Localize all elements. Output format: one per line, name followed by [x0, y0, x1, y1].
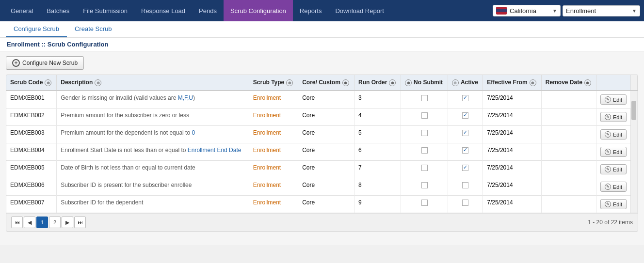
table-header-row: Scrub Code ⊕ Description ⊕ Scrub Type: [6, 75, 638, 91]
col-description-label: Description: [61, 79, 93, 86]
pagination-last-button[interactable]: ⏭: [74, 217, 86, 228]
edit-button[interactable]: ✎Edit: [600, 147, 627, 157]
pagination-page-1[interactable]: 1: [36, 217, 48, 228]
pagination-first-button[interactable]: ⏮: [11, 217, 23, 228]
cell-run-order: 6: [354, 143, 401, 161]
nav-scrub-configuration[interactable]: Scrub Configuration: [224, 0, 293, 21]
no-submit-checkbox[interactable]: [421, 147, 428, 154]
cell-scrub-code: EDMXEB003: [6, 126, 57, 143]
edit-button[interactable]: ✎Edit: [600, 164, 627, 174]
no-submit-checkbox[interactable]: [421, 95, 428, 101]
edit-pencil-icon: ✎: [605, 96, 611, 103]
cell-active: [448, 108, 483, 126]
cell-no-submit: [401, 108, 448, 126]
cell-effective-from: 7/25/2014: [483, 161, 542, 178]
cell-no-submit: [401, 91, 448, 108]
active-checkbox[interactable]: [462, 147, 468, 154]
edit-label: Edit: [613, 167, 622, 172]
no-submit-checkbox[interactable]: [421, 165, 428, 171]
remove-date-filter-icon[interactable]: ⊕: [584, 79, 591, 86]
no-submit-checkbox[interactable]: [421, 130, 428, 136]
table-body: EDMXEB001Gender is missing or invalid (v…: [6, 91, 638, 213]
tab-create-scrub[interactable]: Create Scrub: [67, 21, 120, 37]
nav-pends[interactable]: Pends: [192, 0, 224, 21]
nav-download-report[interactable]: Download Report: [328, 0, 390, 21]
scroll-cell: [631, 91, 638, 213]
no-submit-checkbox[interactable]: [421, 182, 428, 188]
cell-active: [448, 91, 483, 108]
scrub-type-value: Enrollment: [253, 182, 281, 188]
col-core-custom-label: Core/ Custom: [302, 79, 340, 86]
scrub-type-filter-icon[interactable]: ⊕: [286, 79, 293, 86]
table-row: EDMXEB001Gender is missing or invalid (v…: [6, 91, 638, 108]
configure-new-scrub-button[interactable]: + Configure New Scrub: [6, 56, 84, 70]
description-text: Premium amount for the subscriber is zer…: [61, 112, 189, 119]
active-checkbox[interactable]: [462, 182, 468, 188]
edit-pencil-icon: ✎: [605, 184, 611, 190]
cell-scrub-code: EDMXEB005: [6, 161, 57, 178]
nav-batches[interactable]: Batches: [40, 0, 76, 21]
description-suffix: ): [193, 94, 195, 101]
scrub-config-table-container: Scrub Code ⊕ Description ⊕ Scrub Type: [6, 75, 638, 232]
nav-general[interactable]: General: [4, 0, 40, 21]
scrub-code-value: EDMXEB004: [10, 147, 45, 154]
active-checkbox[interactable]: [462, 95, 468, 101]
description-text: Subscriber ID is present for the subscri…: [61, 182, 192, 188]
col-effective-from-label: Effective From: [487, 79, 527, 86]
state-flag-icon: [496, 7, 507, 15]
active-filter-icon[interactable]: ⊕: [452, 79, 459, 86]
run-order-filter-icon[interactable]: ⊕: [389, 79, 396, 86]
cell-description: Premium amount for the subscriber is zer…: [57, 108, 249, 126]
nav-reports[interactable]: Reports: [293, 0, 329, 21]
enrollment-name: Enrollment: [566, 7, 629, 15]
cell-active: [448, 161, 483, 178]
enrollment-dropdown[interactable]: Enrollment ▼: [563, 5, 640, 16]
scrub-code-filter-icon[interactable]: ⊕: [45, 79, 51, 86]
col-run-order: Run Order ⊕: [354, 75, 401, 91]
active-checkbox[interactable]: [462, 112, 468, 119]
edit-button[interactable]: ✎Edit: [600, 182, 627, 192]
no-submit-checkbox[interactable]: [421, 112, 428, 119]
active-checkbox[interactable]: [462, 165, 468, 171]
nav-right-controls: California ▼ Enrollment ▼: [493, 5, 640, 16]
nav-response-load[interactable]: Response Load: [134, 0, 192, 21]
cell-scrub-code: EDMXEB006: [6, 178, 57, 196]
no-submit-checkbox[interactable]: [421, 200, 428, 206]
tab-configure-scrub[interactable]: Configure Scrub: [6, 21, 67, 37]
pagination-prev-button[interactable]: ◀: [24, 217, 35, 228]
cell-run-order: 7: [354, 161, 401, 178]
edit-label: Edit: [613, 184, 622, 190]
active-checkbox[interactable]: [462, 200, 468, 206]
plus-icon: +: [12, 59, 20, 67]
description-link[interactable]: M,F,U: [178, 94, 193, 101]
edit-button[interactable]: ✎Edit: [600, 94, 627, 105]
col-scrub-code: Scrub Code ⊕: [6, 75, 57, 91]
table-row: EDMXEB007Subscriber ID for the dependent…: [6, 196, 638, 213]
nav-menu: General Batches File Submission Response…: [4, 0, 493, 21]
description-filter-icon[interactable]: ⊕: [95, 79, 101, 86]
description-link[interactable]: 0: [192, 129, 195, 136]
cell-active: [448, 143, 483, 161]
cell-scrub-code: EDMXEB004: [6, 143, 57, 161]
pagination-page-2[interactable]: 2: [49, 217, 61, 228]
pagination-bar: ⏮ ◀ 1 2 ▶ ⏭ 1 - 20 of 22 items: [6, 213, 638, 231]
no-submit-filter-icon[interactable]: ⊕: [405, 79, 412, 86]
description-link[interactable]: Enrollment End Date: [188, 147, 242, 154]
description-text: Subscriber ID for the dependent: [61, 199, 143, 206]
cell-core-custom: Core: [298, 161, 354, 178]
cell-no-submit: [401, 143, 448, 161]
edit-pencil-icon: ✎: [605, 114, 611, 120]
state-dropdown[interactable]: California ▼: [493, 5, 561, 16]
edit-label: Edit: [613, 114, 622, 120]
cell-effective-from: 7/25/2014: [483, 143, 542, 161]
effective-from-filter-icon[interactable]: ⊕: [530, 79, 536, 86]
pagination-next-button[interactable]: ▶: [62, 217, 73, 228]
core-custom-filter-icon[interactable]: ⊕: [342, 79, 349, 86]
active-checkbox[interactable]: [462, 130, 468, 136]
scrub-type-value: Enrollment: [253, 199, 281, 206]
edit-button[interactable]: ✎Edit: [600, 129, 627, 139]
edit-button[interactable]: ✎Edit: [600, 199, 627, 209]
cell-no-submit: [401, 196, 448, 213]
nav-file-submission[interactable]: File Submission: [76, 0, 134, 21]
edit-button[interactable]: ✎Edit: [600, 112, 627, 122]
